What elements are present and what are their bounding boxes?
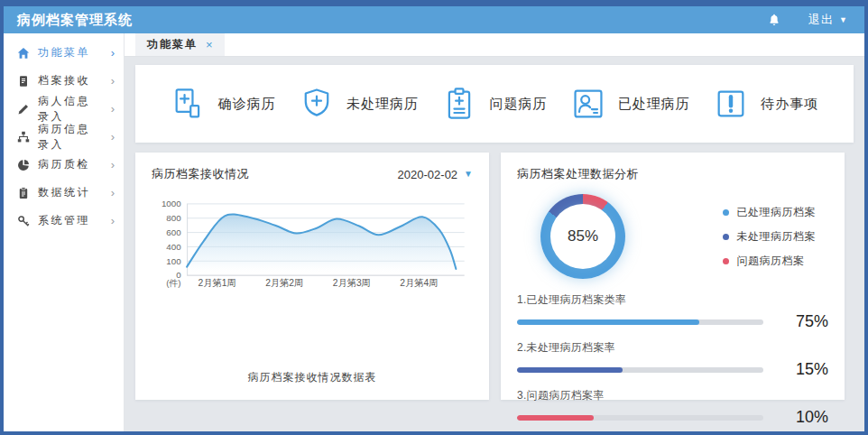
chevron-right-icon: ›: [111, 47, 115, 59]
progress-track: [517, 415, 763, 421]
document-plus-icon: [171, 86, 207, 122]
sidebar-item-label: 功能菜单: [38, 45, 90, 60]
progress-fill: [517, 367, 623, 373]
svg-text:2月第4周: 2月第4周: [400, 278, 438, 288]
chevron-right-icon: ›: [111, 159, 115, 171]
sidebar-item-archive-receive[interactable]: 档案接收 ›: [4, 67, 124, 95]
legend-item: 问题病历档案: [723, 254, 817, 269]
reception-chart-caption: 病历档案接收情况数据表: [152, 370, 473, 391]
key-icon: [17, 215, 30, 227]
svg-text:100: 100: [166, 256, 181, 266]
clipboard-icon: [17, 187, 30, 199]
quick-action-unprocessed-records[interactable]: 未处理病历: [299, 86, 419, 122]
legend-dot-problem: [723, 258, 729, 264]
quick-action-label: 待办事项: [761, 96, 818, 113]
tab-bar: 功能菜单 ×: [125, 33, 864, 57]
quick-action-problem-records[interactable]: 问题病历: [441, 86, 547, 122]
sidebar-item-label: 病历质检: [38, 157, 90, 172]
progress-group-problem: 3.问题病历档案率 10%: [517, 388, 828, 427]
svg-text:2月第2周: 2月第2周: [265, 278, 303, 288]
sidebar-item-label: 系统管理: [38, 213, 90, 228]
progress-label: 3.问题病历档案率: [517, 388, 828, 403]
sidebar-item-label: 数据统计: [38, 185, 90, 200]
main-area: 功能菜单 × 确诊病历 未处理病历: [125, 33, 864, 431]
sidebar-item-label: 病人信息录入: [38, 94, 103, 125]
caret-down-icon: ▼: [464, 170, 473, 179]
donut-center: 85%: [550, 204, 615, 269]
legend-item: 已处理病历档案: [723, 205, 817, 220]
tab-label: 功能菜单: [147, 37, 198, 52]
reception-panel-title: 病历档案接收情况: [152, 166, 249, 182]
svg-text:(件): (件): [166, 278, 180, 288]
reception-panel: 病历档案接收情况 2020-02-02 ▼: [135, 153, 489, 400]
analysis-panel: 病历档案处理数据分析 85% 已处理病历档案 未处理病历档案 问题病历档案: [501, 153, 845, 400]
sitemap-icon: [17, 131, 30, 143]
legend-dot-unprocessed: [723, 234, 729, 240]
svg-text:2月第1周: 2月第1周: [199, 278, 236, 288]
svg-text:600: 600: [166, 227, 181, 237]
progress-percent: 10%: [778, 408, 828, 427]
notification-bell-icon[interactable]: [767, 13, 781, 28]
quick-action-label: 已处理病历: [618, 96, 690, 113]
chevron-right-icon: ›: [111, 215, 115, 227]
sidebar-item-label: 病历信息录入: [38, 122, 103, 153]
app-header: 病例档案管理系统 退出 ▼: [4, 6, 864, 33]
sidebar-item-system-management[interactable]: 系统管理 ›: [4, 207, 124, 235]
svg-text:2月第3周: 2月第3周: [333, 278, 371, 288]
exclamation-icon: [713, 86, 749, 122]
donut-chart: 85%: [540, 194, 625, 279]
chevron-right-icon: ›: [111, 75, 115, 87]
donut-center-label: 85%: [568, 227, 598, 245]
svg-text:400: 400: [166, 242, 181, 252]
file-icon: [17, 75, 30, 88]
quick-action-processed-records[interactable]: 已处理病历: [570, 86, 690, 122]
analysis-panel-title: 病历档案处理数据分析: [517, 166, 828, 182]
sidebar-item-function-menu[interactable]: 功能菜单 ›: [4, 39, 124, 67]
sidebar-item-patient-info-entry[interactable]: 病人信息录入 ›: [4, 95, 124, 123]
header-actions: 退出 ▼: [767, 12, 864, 28]
reception-chart-area: 01004006008001000(件)2月第1周2月第2周2月第3周2月第4周: [152, 199, 473, 293]
progress-group-processed: 1.已处理病历档案类率 75%: [517, 292, 828, 331]
reception-line-chart: 01004006008001000(件)2月第1周2月第2周2月第3周2月第4周: [152, 199, 473, 293]
progress-bars: 1.已处理病历档案类率 75% 2.未处理病历档案率 15: [517, 292, 828, 427]
progress-fill: [517, 415, 594, 421]
home-icon: [17, 47, 30, 60]
person-card-icon: [570, 86, 606, 122]
app-title: 病例档案管理系统: [4, 12, 133, 29]
sidebar-item-label: 档案接收: [38, 73, 90, 88]
tab-function-menu[interactable]: 功能菜单 ×: [135, 33, 225, 56]
progress-group-unprocessed: 2.未处理病历档案率 15%: [517, 340, 828, 379]
chevron-right-icon: ›: [111, 131, 115, 143]
caret-down-icon: ▼: [839, 16, 848, 24]
quick-action-todo-items[interactable]: 待办事项: [713, 86, 818, 122]
date-value: 2020-02-02: [398, 168, 458, 181]
pie-icon: [17, 159, 30, 171]
quick-action-confirmed-records[interactable]: 确诊病历: [171, 86, 276, 122]
svg-text:1000: 1000: [162, 199, 181, 208]
pencil-icon: [17, 103, 30, 116]
sidebar-item-record-qc[interactable]: 病历质检 ›: [4, 151, 124, 179]
donut-legend: 已处理病历档案 未处理病历档案 问题病历档案: [723, 196, 817, 278]
sidebar-item-record-info-entry[interactable]: 病历信息录入 ›: [4, 123, 124, 151]
progress-fill: [517, 319, 699, 325]
chevron-right-icon: ›: [111, 103, 115, 115]
progress-percent: 15%: [778, 360, 828, 379]
sidebar-item-data-statistics[interactable]: 数据统计 ›: [4, 179, 124, 207]
progress-label: 1.已处理病历档案类率: [517, 292, 828, 308]
date-selector[interactable]: 2020-02-02 ▼: [398, 168, 473, 181]
app-window: 病例档案管理系统 退出 ▼ 功能菜单 › 档案接收 ›: [0, 0, 868, 435]
chevron-right-icon: ›: [111, 187, 115, 199]
logout-button[interactable]: 退出 ▼: [808, 12, 848, 28]
sidebar: 功能菜单 › 档案接收 › 病人信息录入 › 病历信息录入 › 病历质检: [4, 33, 125, 431]
tab-close-icon[interactable]: ×: [206, 38, 213, 51]
legend-item: 未处理病历档案: [723, 229, 817, 245]
logout-label: 退出: [808, 12, 834, 28]
clipboard-plus-icon: [441, 86, 477, 122]
progress-track: [517, 319, 763, 325]
progress-percent: 75%: [778, 312, 828, 331]
content-area: 确诊病历 未处理病历 问题病历: [125, 57, 864, 431]
quick-action-label: 未处理病历: [346, 96, 419, 113]
progress-track: [517, 367, 763, 373]
quick-action-label: 问题病历: [489, 96, 547, 113]
legend-dot-processed: [723, 209, 729, 216]
